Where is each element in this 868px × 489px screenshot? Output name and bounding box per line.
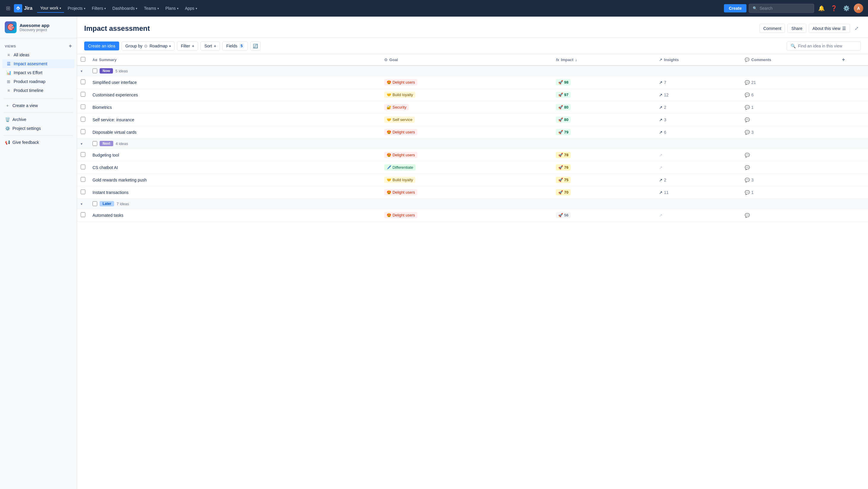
row-checkbox[interactable]: [81, 164, 85, 169]
collapse-icon[interactable]: ▾: [81, 142, 83, 146]
comments-cell: 💬 1: [741, 101, 838, 114]
row-checkbox-cell: [77, 186, 89, 199]
row-checkbox[interactable]: [81, 92, 85, 97]
goal-badge[interactable]: 🔐 Security: [384, 104, 409, 110]
group-row-later: ▾ Later 7 ideas: [77, 199, 868, 209]
sort-button[interactable]: Sort +: [200, 41, 220, 51]
notifications-icon[interactable]: 🔔: [816, 4, 827, 13]
archive-icon: 🗑️: [5, 117, 10, 122]
group-checkbox[interactable]: [92, 201, 97, 206]
sidebar-item-archive[interactable]: 🗑️ Archive: [0, 115, 77, 124]
table-icon: ⊞: [6, 79, 11, 84]
header-actions: Comment Share About this view ☰ ⤢: [760, 24, 861, 38]
sidebar-item-project-settings[interactable]: ⚙️ Project settings: [0, 124, 77, 133]
sidebar-item-product-roadmap[interactable]: ⊞ Product roadmap: [2, 77, 74, 86]
summary-cell[interactable]: Self service: insurance: [89, 114, 381, 126]
page-title: Impact assessment: [84, 24, 150, 37]
summary-cell[interactable]: Automated tasks: [89, 209, 381, 221]
goal-badge[interactable]: 🖊️ Differentiate: [384, 164, 415, 171]
insights-metric: ↗ 12: [659, 93, 738, 97]
impact-score: 🚀 56: [556, 212, 571, 218]
expand-button[interactable]: ⤢: [852, 24, 861, 33]
goal-badge[interactable]: 😍 Delight users: [384, 152, 417, 158]
share-button[interactable]: Share: [787, 24, 806, 33]
chevron-down-icon: ▾: [196, 7, 197, 10]
find-input[interactable]: [798, 43, 857, 48]
collapse-icon[interactable]: ▾: [81, 69, 83, 73]
row-checkbox[interactable]: [81, 117, 85, 122]
insights-column-header[interactable]: ↗ Insights: [655, 54, 741, 65]
insights-metric: ↗ 7: [659, 80, 738, 85]
summary-cell[interactable]: Instant transactions: [89, 186, 381, 199]
row-checkbox[interactable]: [81, 80, 85, 84]
goal-badge[interactable]: 🤝 Self service: [384, 117, 415, 123]
sidebar-item-impact-vs-effort[interactable]: 📊 Impact vs Effort: [2, 68, 74, 77]
nav-dashboards[interactable]: Dashboards ▾: [110, 4, 141, 12]
summary-cell[interactable]: Customised experiences: [89, 89, 381, 101]
comments-column-header[interactable]: 💬 Comments: [741, 54, 838, 65]
goal-badge[interactable]: 🤝 Build loyalty: [384, 177, 415, 183]
add-view-icon[interactable]: +: [69, 43, 72, 49]
row-checkbox[interactable]: [81, 152, 85, 157]
goal-badge[interactable]: 😍 Delight users: [384, 212, 417, 218]
grid-icon[interactable]: ⊞: [5, 4, 11, 13]
goal-badge[interactable]: 😍 Delight users: [384, 79, 417, 85]
sidebar-item-all-ideas[interactable]: ≡ All ideas: [2, 51, 74, 59]
settings-icon[interactable]: ⚙️: [841, 4, 851, 13]
row-checkbox[interactable]: [81, 104, 85, 109]
goal-cell: 🤝 Self service: [381, 114, 552, 126]
refresh-button[interactable]: 🔄: [250, 41, 260, 51]
summary-cell[interactable]: Gold rewards marketing push: [89, 174, 381, 186]
insights-metric: ↗ 2: [659, 178, 738, 182]
row-checkbox[interactable]: [81, 177, 85, 182]
collapse-icon[interactable]: ▾: [81, 202, 83, 206]
filter-button[interactable]: Filter +: [177, 41, 198, 51]
row-checkbox[interactable]: [81, 129, 85, 134]
row-checkbox-cell: [77, 126, 89, 139]
row-checkbox[interactable]: [81, 212, 85, 217]
help-icon[interactable]: ❓: [829, 4, 839, 13]
add-column-header[interactable]: +: [838, 54, 868, 65]
impact-column-header[interactable]: fx Impact ↓: [552, 54, 655, 65]
table-row: Simplified user interface 😍 Delight user…: [77, 76, 868, 89]
group-checkbox[interactable]: [92, 141, 97, 146]
summary-column-header[interactable]: Aα Summary: [89, 54, 381, 65]
create-button[interactable]: Create: [724, 4, 746, 12]
goal-column-header[interactable]: ⊙ Goal: [381, 54, 552, 65]
nav-projects[interactable]: Projects ▾: [65, 4, 88, 12]
user-avatar[interactable]: A: [854, 4, 863, 13]
nav-plans[interactable]: Plans ▾: [162, 4, 181, 12]
sidebar-item-impact-assessment[interactable]: ☰ Impact assesment: [2, 59, 74, 68]
create-idea-button[interactable]: Create an idea: [84, 41, 119, 51]
comment-button[interactable]: Comment: [760, 24, 785, 33]
select-all-checkbox[interactable]: [81, 57, 85, 62]
search-bar[interactable]: 🔍 Search: [749, 4, 814, 13]
goal-badge[interactable]: 😍 Delight users: [384, 189, 417, 195]
sidebar-item-create-view[interactable]: + Create a view: [0, 101, 77, 110]
group-checkbox[interactable]: [92, 68, 97, 73]
sidebar-item-give-feedback[interactable]: 📢 Give feedback: [0, 138, 77, 147]
add-column-icon[interactable]: +: [842, 57, 845, 63]
nav-filters[interactable]: Filters ▾: [89, 4, 109, 12]
find-input-container[interactable]: 🔍: [787, 41, 861, 51]
impact-cell: 🚀 79: [552, 126, 655, 139]
about-view-button[interactable]: About this view ☰: [809, 24, 850, 33]
summary-cell[interactable]: Biometrics: [89, 101, 381, 114]
fields-button[interactable]: Fields 5: [222, 41, 248, 51]
goal-badge[interactable]: 😍 Delight users: [384, 129, 417, 135]
impact-score: 🚀 80: [556, 104, 571, 110]
group-by-button[interactable]: Group by ⊙ Roadmap ▾: [122, 41, 175, 51]
summary-cell[interactable]: Simplified user interface: [89, 76, 381, 89]
nav-teams[interactable]: Teams ▾: [141, 4, 161, 12]
trend-icon: ↗: [659, 93, 662, 97]
goal-badge[interactable]: 🤝 Build loyalty: [384, 92, 415, 98]
goal-cell: 😍 Delight users: [381, 126, 552, 139]
summary-cell[interactable]: Disposable virtual cards: [89, 126, 381, 139]
summary-cell[interactable]: Budgeting tool: [89, 149, 381, 161]
nav-apps[interactable]: Apps ▾: [182, 4, 200, 12]
summary-cell[interactable]: CS chatbot AI: [89, 161, 381, 174]
jira-logo[interactable]: Jira: [14, 4, 32, 12]
row-checkbox[interactable]: [81, 189, 85, 194]
nav-your-work[interactable]: Your work ▾: [37, 4, 64, 13]
sidebar-item-product-timeline[interactable]: ≡ Product timeline: [2, 86, 74, 95]
